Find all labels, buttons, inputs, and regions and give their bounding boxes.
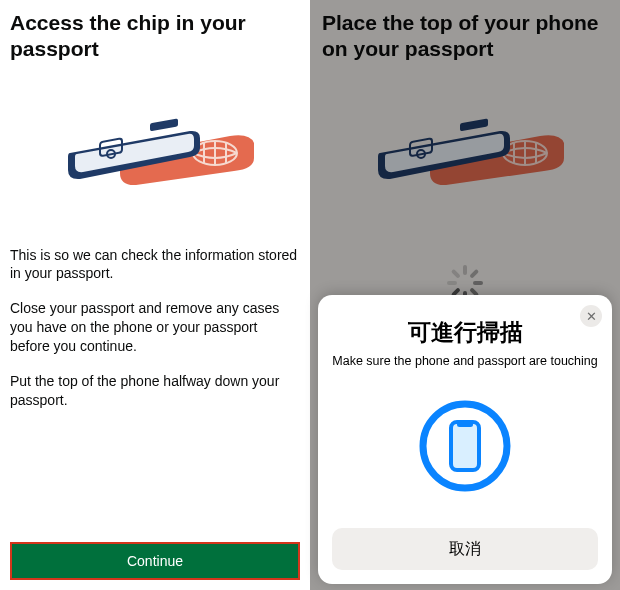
cancel-button-label: 取消: [449, 540, 481, 557]
instructions: This is so we can check the information …: [10, 246, 300, 410]
page-title: Access the chip in your passport: [10, 10, 300, 63]
nfc-phone-icon: [332, 398, 598, 494]
passport-illustration: [322, 113, 608, 191]
svg-rect-10: [457, 422, 473, 427]
passport-illustration: [10, 113, 300, 191]
close-icon: ✕: [586, 309, 597, 324]
svg-rect-9: [451, 422, 479, 470]
instruction-paragraph: Close your passport and remove any cases…: [10, 299, 300, 356]
svg-rect-5: [410, 138, 432, 156]
continue-button[interactable]: Continue: [10, 542, 300, 580]
svg-rect-7: [460, 118, 488, 131]
dimmed-background: Place the top of your phone on your pass…: [310, 0, 620, 191]
sheet-subtitle: Make sure the phone and passport are tou…: [332, 354, 598, 368]
continue-button-label: Continue: [127, 553, 183, 569]
nfc-scan-sheet: ✕ 可進行掃描 Make sure the phone and passport…: [318, 295, 612, 584]
page-title: Place the top of your phone on your pass…: [322, 10, 608, 63]
close-button[interactable]: ✕: [580, 305, 602, 327]
svg-rect-3: [150, 118, 178, 131]
cancel-button[interactable]: 取消: [332, 528, 598, 570]
instruction-paragraph: Put the top of the phone halfway down yo…: [10, 372, 300, 410]
passport-phone-illustration-icon: [50, 113, 260, 191]
screen-scan-passport: Place the top of your phone on your pass…: [310, 0, 620, 590]
instruction-paragraph: This is so we can check the information …: [10, 246, 300, 284]
sheet-title: 可進行掃描: [332, 317, 598, 348]
svg-point-6: [417, 150, 425, 158]
screen-access-chip: Access the chip in your passport: [0, 0, 310, 590]
passport-phone-illustration-icon: [360, 113, 570, 191]
svg-point-4: [503, 141, 547, 165]
